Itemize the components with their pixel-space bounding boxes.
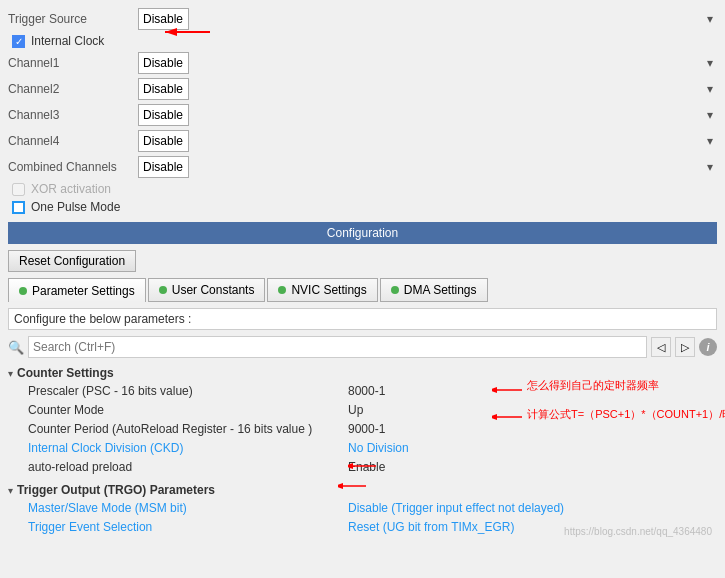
internal-clock-checkbox[interactable]: ✓ — [12, 35, 25, 48]
combined-channels-row: Combined Channels Disable — [8, 156, 717, 178]
next-button[interactable]: ▷ — [675, 337, 695, 357]
param-auto-reload: auto-reload preload Enable — [8, 458, 717, 477]
one-pulse-checkbox[interactable] — [12, 201, 25, 214]
tab-label-params: Parameter Settings — [32, 284, 135, 298]
channel1-row: Channel1 Disable — [8, 52, 717, 74]
tab-user-constants[interactable]: User Constants — [148, 278, 266, 302]
channel2-select-wrapper[interactable]: Disable — [138, 78, 717, 100]
counter-settings-section: ▾ Counter Settings Prescaler (PSC - 16 b… — [8, 364, 717, 477]
channel3-row: Channel3 Disable — [8, 104, 717, 126]
param-counter-mode: Counter Mode Up — [8, 401, 717, 420]
search-icon: 🔍 — [8, 340, 24, 355]
tab-label-dma: DMA Settings — [404, 283, 477, 297]
counter-settings-title: Counter Settings — [17, 366, 114, 380]
watermark: https://blog.csdn.net/qq_4364480 — [564, 526, 712, 537]
param-counter-mode-value: Up — [348, 403, 363, 417]
trigger-output-arrow: ▾ — [8, 485, 13, 496]
trigger-output-title: Trigger Output (TRGO) Parameters — [17, 483, 215, 497]
tabs-row: Parameter Settings User Constants NVIC S… — [8, 278, 717, 302]
tab-label-user: User Constants — [172, 283, 255, 297]
param-internal-clock-div-name: Internal Clock Division (CKD) — [28, 441, 348, 455]
param-master-slave: Master/Slave Mode (MSM bit) Disable (Tri… — [8, 499, 717, 518]
channel1-select[interactable]: Disable — [138, 52, 189, 74]
channel4-row: Channel4 Disable — [8, 130, 717, 152]
param-counter-period-value: 9000-1 — [348, 422, 385, 436]
channel3-label: Channel3 — [8, 108, 138, 122]
channel2-label: Channel2 — [8, 82, 138, 96]
channel1-select-wrapper[interactable]: Disable — [138, 52, 717, 74]
xor-checkbox[interactable] — [12, 183, 25, 196]
xor-row: XOR activation — [8, 182, 717, 196]
param-counter-mode-name: Counter Mode — [28, 403, 348, 417]
one-pulse-row: One Pulse Mode — [8, 200, 717, 214]
counter-settings-header[interactable]: ▾ Counter Settings — [8, 364, 717, 382]
channel2-select[interactable]: Disable — [138, 78, 189, 100]
tab-dma-settings[interactable]: DMA Settings — [380, 278, 488, 302]
reset-config-button[interactable]: Reset Configuration — [8, 250, 136, 272]
trigger-source-select[interactable]: Disable — [138, 8, 189, 30]
tab-label-nvic: NVIC Settings — [291, 283, 366, 297]
param-auto-reload-value: Enable — [348, 460, 385, 474]
internal-clock-row: ✓ Internal Clock — [8, 34, 717, 48]
trigger-source-row: Trigger Source Disable — [8, 8, 717, 30]
prev-button[interactable]: ◁ — [651, 337, 671, 357]
config-header: Configuration — [8, 222, 717, 244]
combined-channels-label: Combined Channels — [8, 160, 138, 174]
configure-text: Configure the below parameters : — [8, 308, 717, 330]
tab-parameter-settings[interactable]: Parameter Settings — [8, 278, 146, 302]
tab-dot-user — [159, 286, 167, 294]
channel4-select-wrapper[interactable]: Disable — [138, 130, 717, 152]
channel4-label: Channel4 — [8, 134, 138, 148]
combined-channels-select-wrapper[interactable]: Disable — [138, 156, 717, 178]
trigger-source-label: Trigger Source — [8, 12, 138, 26]
search-row: 🔍 ◁ ▷ i — [8, 336, 717, 358]
params-container: ▾ Counter Settings Prescaler (PSC - 16 b… — [8, 364, 717, 537]
counter-settings-arrow: ▾ — [8, 368, 13, 379]
channel4-select[interactable]: Disable — [138, 130, 189, 152]
tab-nvic-settings[interactable]: NVIC Settings — [267, 278, 377, 302]
channel3-select[interactable]: Disable — [138, 104, 189, 126]
trigger-source-select-wrapper[interactable]: Disable — [138, 8, 717, 30]
tab-dot-dma — [391, 286, 399, 294]
xor-label: XOR activation — [31, 182, 111, 196]
param-counter-period: Counter Period (AutoReload Register - 16… — [8, 420, 717, 439]
one-pulse-label: One Pulse Mode — [31, 200, 120, 214]
param-internal-clock-div-value: No Division — [348, 441, 409, 455]
param-prescaler: Prescaler (PSC - 16 bits value) 8000-1 — [8, 382, 717, 401]
trigger-output-header[interactable]: ▾ Trigger Output (TRGO) Parameters — [8, 481, 717, 499]
param-master-slave-value: Disable (Trigger input effect not delaye… — [348, 501, 564, 515]
param-prescaler-value: 8000-1 — [348, 384, 385, 398]
param-trigger-event-value: Reset (UG bit from TIMx_EGR) — [348, 520, 514, 534]
channel2-row: Channel2 Disable — [8, 78, 717, 100]
tab-dot-nvic — [278, 286, 286, 294]
param-trigger-event-name: Trigger Event Selection — [28, 520, 348, 534]
channel1-label: Channel1 — [8, 56, 138, 70]
search-input[interactable] — [28, 336, 647, 358]
param-internal-clock-div: Internal Clock Division (CKD) No Divisio… — [8, 439, 717, 458]
channel3-select-wrapper[interactable]: Disable — [138, 104, 717, 126]
tab-dot-params — [19, 287, 27, 295]
param-auto-reload-name: auto-reload preload — [28, 460, 348, 474]
internal-clock-label: Internal Clock — [31, 34, 104, 48]
param-counter-period-name: Counter Period (AutoReload Register - 16… — [28, 422, 348, 436]
param-master-slave-name: Master/Slave Mode (MSM bit) — [28, 501, 348, 515]
combined-channels-select[interactable]: Disable — [138, 156, 189, 178]
info-icon[interactable]: i — [699, 338, 717, 356]
param-prescaler-name: Prescaler (PSC - 16 bits value) — [28, 384, 348, 398]
